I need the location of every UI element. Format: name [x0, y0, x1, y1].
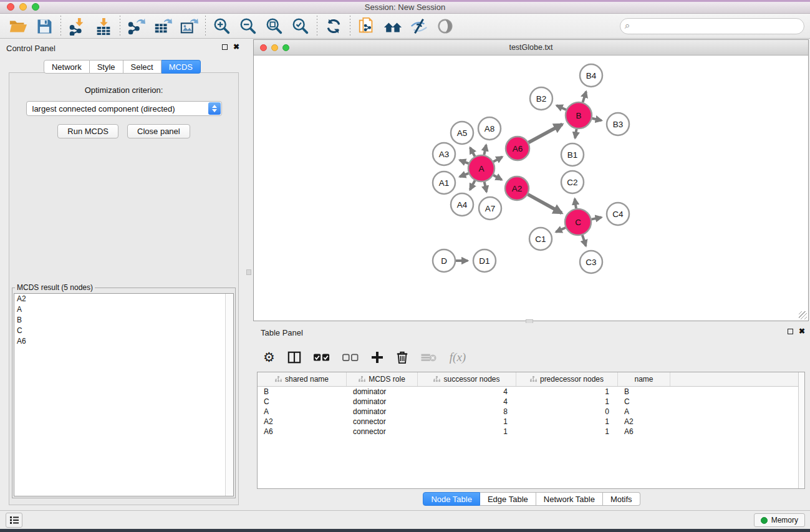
- clone-network-icon[interactable]: [354, 16, 380, 37]
- graph-edge-B-B1[interactable]: [575, 129, 576, 138]
- graph-node-C1[interactable]: C1: [529, 228, 552, 250]
- graph-node-A[interactable]: A: [468, 155, 494, 181]
- float-table-panel-icon[interactable]: [788, 329, 793, 334]
- table-row[interactable]: Adominator80A: [258, 407, 804, 417]
- graph-node-A8[interactable]: A8: [478, 117, 501, 140]
- close-table-panel-icon[interactable]: ✖: [799, 328, 805, 335]
- column-header-MCDS-role[interactable]: MCDS role: [347, 372, 418, 386]
- graph-edge-A-A2[interactable]: [493, 175, 501, 180]
- graph-node-B2[interactable]: B2: [530, 87, 552, 110]
- graph-edge-A-A1[interactable]: [460, 173, 468, 177]
- deselect-all-icon[interactable]: [342, 353, 359, 362]
- column-header-name[interactable]: name: [618, 372, 670, 386]
- graph-edge-A-A8[interactable]: [484, 145, 486, 155]
- splitter-grip[interactable]: [246, 269, 251, 275]
- zoom-selected-icon[interactable]: [287, 16, 314, 37]
- table-header[interactable]: shared nameMCDS rolesuccessor nodesprede…: [258, 372, 804, 387]
- column-header-shared-name[interactable]: shared name: [258, 372, 347, 386]
- graph-edge-B-B3[interactable]: [592, 118, 601, 120]
- tab-mcds[interactable]: MCDS: [162, 60, 201, 74]
- graph-node-A6[interactable]: A6: [506, 137, 529, 160]
- export-table-icon[interactable]: [150, 16, 176, 37]
- graph-nodes[interactable]: B4B2BB3A5A8A6A3AB1A1C2A2A4A7C4CC1DD1C3: [433, 64, 629, 273]
- float-panel-icon[interactable]: [222, 44, 228, 50]
- window-resize-grip[interactable]: [799, 311, 807, 319]
- export-network-icon[interactable]: [123, 16, 150, 37]
- zoom-in-icon[interactable]: [209, 16, 235, 37]
- graph-node-B1[interactable]: B1: [561, 143, 584, 166]
- save-session-icon[interactable]: [31, 16, 57, 37]
- refresh-layout-icon[interactable]: [321, 16, 347, 37]
- graph-edge-A-A5[interactable]: [470, 148, 475, 157]
- graph-node-C2[interactable]: C2: [561, 171, 584, 193]
- network-canvas[interactable]: B4B2BB3A5A8A6A3AB1A1C2A2A4A7C4CC1DD1C3: [254, 56, 808, 321]
- graph-edge-A-A6[interactable]: [493, 157, 502, 162]
- vertical-splitter[interactable]: [244, 39, 253, 510]
- tab-style[interactable]: Style: [90, 60, 123, 74]
- tab-select[interactable]: Select: [123, 60, 162, 74]
- search-input[interactable]: [620, 18, 804, 34]
- add-column-icon[interactable]: [371, 351, 383, 364]
- graph-edge-A6-B[interactable]: [529, 124, 562, 142]
- graph-edge-B-B4[interactable]: [583, 92, 586, 102]
- graph-node-A4[interactable]: A4: [451, 193, 473, 216]
- close-panel-icon[interactable]: ✖: [233, 44, 239, 51]
- show-details-icon[interactable]: [432, 16, 458, 37]
- graph-node-C4[interactable]: C4: [607, 203, 629, 225]
- memory-button[interactable]: Memory: [754, 513, 805, 527]
- graph-node-C3[interactable]: C3: [580, 251, 602, 273]
- graph-node-A7[interactable]: A7: [479, 197, 501, 220]
- mcds-result-list[interactable]: A2ABCA6: [14, 293, 234, 496]
- open-file-icon[interactable]: [5, 16, 31, 37]
- column-browser-icon[interactable]: [287, 351, 301, 364]
- graph-node-A2[interactable]: A2: [505, 177, 529, 200]
- graph-edge-C-C4[interactable]: [592, 217, 602, 219]
- table-body[interactable]: Bdominator41BCdominator41CAdominator80AA…: [258, 387, 804, 437]
- delete-table-icon[interactable]: [421, 352, 437, 362]
- graph-node-A1[interactable]: A1: [433, 172, 455, 194]
- node-table[interactable]: shared nameMCDS rolesuccessor nodesprede…: [257, 372, 805, 489]
- graph-edge-C-C1[interactable]: [556, 228, 566, 232]
- tab-edge-table[interactable]: Edge Table: [480, 492, 536, 506]
- table-options-icon[interactable]: ⚙: [263, 350, 275, 365]
- select-all-icon[interactable]: [314, 353, 330, 362]
- result-item[interactable]: C: [14, 326, 233, 336]
- function-builder-icon[interactable]: f(x): [450, 351, 466, 364]
- table-row[interactable]: A6connector11A6: [258, 427, 804, 437]
- tab-node-table[interactable]: Node Table: [423, 492, 480, 506]
- graph-node-B3[interactable]: B3: [607, 113, 629, 135]
- graph-node-B[interactable]: B: [566, 102, 592, 128]
- tab-motifs[interactable]: Motifs: [603, 492, 640, 506]
- table-row[interactable]: Cdominator41C: [258, 397, 804, 407]
- graph-node-A5[interactable]: A5: [451, 122, 473, 144]
- graph-edge-A2-C[interactable]: [528, 195, 562, 213]
- zoom-out-icon[interactable]: [235, 16, 261, 37]
- result-item[interactable]: A6: [14, 336, 233, 347]
- graph-node-A3[interactable]: A3: [433, 143, 455, 165]
- graph-node-C[interactable]: C: [565, 209, 591, 235]
- import-table-icon[interactable]: [90, 16, 117, 37]
- table-row[interactable]: Bdominator41B: [258, 387, 804, 397]
- table-row[interactable]: A2connector11A2: [258, 417, 804, 427]
- zoom-fit-icon[interactable]: [261, 16, 287, 37]
- column-header-successor-nodes[interactable]: successor nodes: [418, 372, 516, 386]
- close-panel-button[interactable]: Close panel: [127, 124, 190, 138]
- graph-edge-C-C3[interactable]: [582, 235, 586, 246]
- graph-node-D[interactable]: D: [433, 249, 455, 272]
- result-item[interactable]: A: [14, 304, 233, 315]
- table-scrollbar[interactable]: [798, 372, 804, 488]
- task-history-button[interactable]: [6, 513, 22, 528]
- network-window-titlebar[interactable]: testGlobe.txt: [254, 40, 808, 56]
- graph-edge-A-A4[interactable]: [470, 180, 475, 190]
- network-overview-icon[interactable]: [380, 16, 406, 37]
- graph-edge-B-B2[interactable]: [557, 105, 566, 110]
- result-scrollbar[interactable]: [225, 294, 233, 496]
- graph-edge-A-A3[interactable]: [460, 160, 468, 163]
- column-header-predecessor-nodes[interactable]: predecessor nodes: [516, 372, 618, 386]
- graph-edge-C-C2[interactable]: [575, 199, 576, 208]
- delete-column-icon[interactable]: [396, 351, 408, 364]
- export-image-icon[interactable]: [176, 16, 202, 37]
- graph-node-B4[interactable]: B4: [580, 64, 602, 87]
- import-network-icon[interactable]: [64, 16, 90, 37]
- tab-network[interactable]: Network: [44, 60, 90, 74]
